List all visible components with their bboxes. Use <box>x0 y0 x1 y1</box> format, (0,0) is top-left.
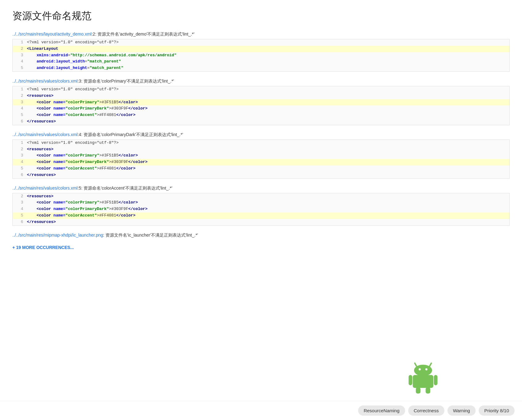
line-number: 2 <box>16 193 23 200</box>
line-number: 3 <box>16 99 23 106</box>
line-number: 5 <box>16 212 23 219</box>
code-block-issue-4: 2<resources>3 <color name="colorPrimary"… <box>12 193 510 226</box>
code-block-issue-2: 1<?xml version="1.0" encoding="utf-8"?>2… <box>12 86 510 125</box>
code-line: 2<resources> <box>13 193 509 200</box>
line-number: 3 <box>16 199 23 206</box>
issue-description-issue-5: : 资源文件名'ic_launcher'不满足正则表达式'lint_.*' <box>103 233 198 238</box>
code-line: 1<?xml version="1.0" encoding="utf-8"?> <box>13 140 509 146</box>
code-line: 3 <color name="colorPrimary">#3F51B5</co… <box>13 199 509 206</box>
code-line: 1<?xml version="1.0" encoding="utf-8"?> <box>13 86 509 93</box>
line-number: 3 <box>16 152 23 159</box>
code-line: 6</resources> <box>13 172 509 178</box>
more-occurrences-link[interactable]: + 19 MORE OCCURRENCES... <box>12 245 74 250</box>
issue-link-issue-3[interactable]: ../../src/main/res/values/colors.xml <box>12 132 78 137</box>
line-number: 4 <box>16 206 23 212</box>
line-content: <resources> <box>27 193 53 200</box>
code-line: 4 android:layout_width="match_parent" <box>13 58 509 65</box>
issue-header-issue-2: ../../src/main/res/values/colors.xml:3: … <box>12 79 510 84</box>
line-content: <resources> <box>27 146 53 153</box>
code-line: 2<LinearLayout <box>13 46 509 52</box>
issue-link-issue-1[interactable]: ../../src/main/res/layout/activity_demo.… <box>12 32 92 36</box>
line-content: <color name="colorPrimaryDark">#303F9F</… <box>27 206 148 212</box>
code-block-issue-3: 1<?xml version="1.0" encoding="utf-8"?>2… <box>12 139 510 179</box>
code-line: 6</resources> <box>13 219 509 225</box>
line-number: 3 <box>16 52 23 59</box>
issue-header-issue-1: ../../src/main/res/layout/activity_demo.… <box>12 32 510 37</box>
issue-header-issue-4: ../../src/main/res/values/colors.xml:5: … <box>12 186 510 191</box>
line-number: 2 <box>16 46 23 52</box>
code-line: 2<resources> <box>13 146 509 153</box>
line-number: 2 <box>16 93 23 99</box>
line-content: <?xml version="1.0" encoding="utf-8"?> <box>27 86 118 93</box>
line-content: </resources> <box>27 118 56 125</box>
code-line: 5 android:layout_height="match_parent" <box>13 65 509 71</box>
line-number: 4 <box>16 105 23 112</box>
code-line: 3 <color name="colorPrimary">#3F51B5</co… <box>13 152 509 159</box>
line-number: 1 <box>16 86 23 93</box>
issue-header-issue-5: ../../src/main/res/mipmap-xhdpi/ic_launc… <box>12 233 510 238</box>
line-content: <color name="colorPrimary">#3F51B5</colo… <box>27 199 138 206</box>
page-title: 资源文件命名规范 <box>12 9 510 23</box>
code-line: 1<?xml version="1.0" encoding="utf-8"?> <box>13 39 509 46</box>
issue-link-issue-5[interactable]: ../../src/main/res/mipmap-xhdpi/ic_launc… <box>12 233 103 238</box>
issue-description-issue-2: :3: 资源命名'colorPrimary'不满足正则表达式'lint_.*' <box>78 79 174 84</box>
line-content: <?xml version="1.0" encoding="utf-8"?> <box>27 39 118 46</box>
code-line: 5 <color name="colorAccent">#FF4081</col… <box>13 112 509 118</box>
line-number: 2 <box>16 146 23 153</box>
code-line: 4 <color name="colorPrimaryDark">#303F9F… <box>13 159 509 165</box>
line-number: 6 <box>16 118 23 125</box>
line-number: 4 <box>16 58 23 65</box>
issue-description-issue-4: :5: 资源命名'colorAccent'不满足正则表达式'lint_.*' <box>78 186 172 191</box>
line-content: <color name="colorPrimaryDark">#303F9F</… <box>27 159 148 165</box>
issue-header-issue-3: ../../src/main/res/values/colors.xml:4: … <box>12 132 510 138</box>
line-number: 5 <box>16 112 23 118</box>
issue-link-issue-2[interactable]: ../../src/main/res/values/colors.xml <box>12 79 78 84</box>
issue-link-issue-4[interactable]: ../../src/main/res/values/colors.xml <box>12 186 78 191</box>
code-line: 5 <color name="colorAccent">#FF4081</col… <box>13 212 509 219</box>
line-content: <color name="colorPrimary">#3F51B5</colo… <box>27 152 138 159</box>
line-number: 5 <box>16 65 23 71</box>
code-line: 4 <color name="colorPrimaryDark">#303F9F… <box>13 206 509 212</box>
line-number: 6 <box>16 172 23 178</box>
line-content: <color name="colorPrimary">#3F51B5</colo… <box>27 99 138 106</box>
line-number: 5 <box>16 165 23 172</box>
line-number: 1 <box>16 140 23 146</box>
code-line: 2<resources> <box>13 93 509 99</box>
code-line: 4 <color name="colorPrimaryDark">#303F9F… <box>13 105 509 112</box>
line-content: <color name="colorAccent">#FF4081</color… <box>27 212 135 219</box>
issue-description-issue-3: :4: 资源命名'colorPrimaryDark'不满足正则表达式'lint_… <box>78 132 183 137</box>
issue-description-issue-1: :2: 资源文件名'activity_demo'不满足正则表达式'lint_.*… <box>92 32 195 36</box>
line-content: android:layout_width="match_parent" <box>27 58 121 65</box>
line-content: xmlns:android="http://schemas.android.co… <box>27 52 177 59</box>
line-content: <resources> <box>27 93 53 99</box>
code-line: 6</resources> <box>13 118 509 125</box>
line-content: <color name="colorAccent">#FF4081</color… <box>27 112 135 118</box>
line-content: <color name="colorAccent">#FF4081</color… <box>27 165 135 172</box>
line-content: <LinearLayout <box>27 46 58 52</box>
line-content: android:layout_height="match_parent" <box>27 65 123 71</box>
code-line: 5 <color name="colorAccent">#FF4081</col… <box>13 165 509 172</box>
line-content: </resources> <box>27 172 56 178</box>
line-number: 4 <box>16 159 23 165</box>
line-number: 1 <box>16 39 23 46</box>
line-number: 6 <box>16 219 23 225</box>
code-line: 3 xmlns:android="http://schemas.android.… <box>13 52 509 59</box>
code-block-issue-1: 1<?xml version="1.0" encoding="utf-8"?>2… <box>12 39 510 72</box>
code-line: 3 <color name="colorPrimary">#3F51B5</co… <box>13 99 509 106</box>
line-content: </resources> <box>27 219 56 225</box>
line-content: <color name="colorPrimaryDark">#303F9F</… <box>27 105 148 112</box>
line-content: <?xml version="1.0" encoding="utf-8"?> <box>27 140 118 146</box>
